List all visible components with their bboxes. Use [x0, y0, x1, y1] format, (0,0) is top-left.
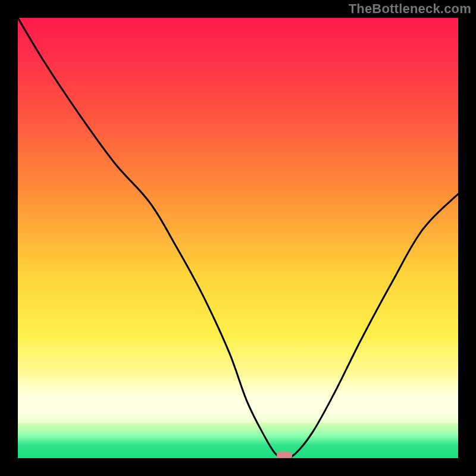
plot-area	[18, 18, 458, 458]
bottleneck-curve	[18, 18, 458, 458]
watermark-text: TheBottleneck.com	[349, 1, 471, 17]
minimum-marker	[277, 452, 292, 458]
chart-frame: TheBottleneck.com	[0, 0, 476, 476]
